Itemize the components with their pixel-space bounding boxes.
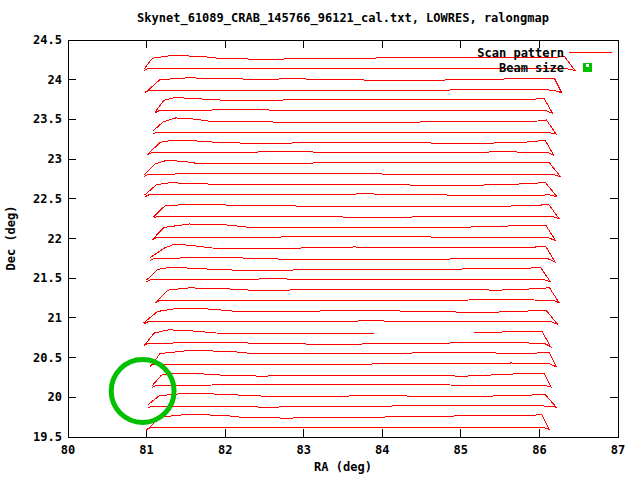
legend-scan-pattern-label: Scan pattern [444,46,564,60]
scan-pattern-path [145,78,561,93]
y-tick-label: 19.5 [12,430,62,444]
x-tick-label: 85 [437,443,485,457]
scan-pattern-path [155,98,552,114]
y-tick-label: 20.5 [12,351,62,365]
y-tick-label: 21.5 [12,271,62,285]
scan-pattern-path [147,267,551,282]
scan-pattern-path [150,244,555,262]
chart-canvas: Skynet_61089_CRAB_145766_96121_cal.txt, … [0,0,640,480]
x-tick-label: 82 [201,443,249,457]
scan-pattern-path [152,373,551,387]
scan-pattern-path [147,140,553,155]
scan-pattern-path [152,224,556,241]
y-tick-label: 20 [12,390,62,404]
y-tick-label: 24.5 [12,33,62,47]
y-tick-label: 23 [12,152,62,166]
scan-pattern-path [150,351,556,367]
scan-pattern-path [147,415,550,431]
x-tick-label: 86 [515,443,563,457]
x-tick-label: 84 [358,443,406,457]
beam-size-circle [111,360,174,423]
legend-beam-marker-notch [586,64,589,67]
legend-beam-size-label: Beam size [444,61,564,75]
scan-pattern-path [144,160,560,176]
scan-pattern-path [144,308,558,324]
y-tick-label: 22.5 [12,192,62,206]
y-tick-label: 24 [12,73,62,87]
scan-pattern-path [156,288,560,303]
scan-pattern-path [153,118,556,134]
scan-pattern-path [145,182,557,197]
scan-pattern-path [144,330,551,347]
scan-pattern-path [154,204,560,218]
y-tick-label: 23.5 [12,112,62,126]
y-tick-label: 22 [12,232,62,246]
x-tick-label: 83 [280,443,328,457]
scan-pattern-path [148,394,557,409]
x-tick-label: 80 [44,443,92,457]
y-tick-label: 21 [12,311,62,325]
x-tick-label: 81 [123,443,171,457]
x-tick-label: 87 [594,443,640,457]
